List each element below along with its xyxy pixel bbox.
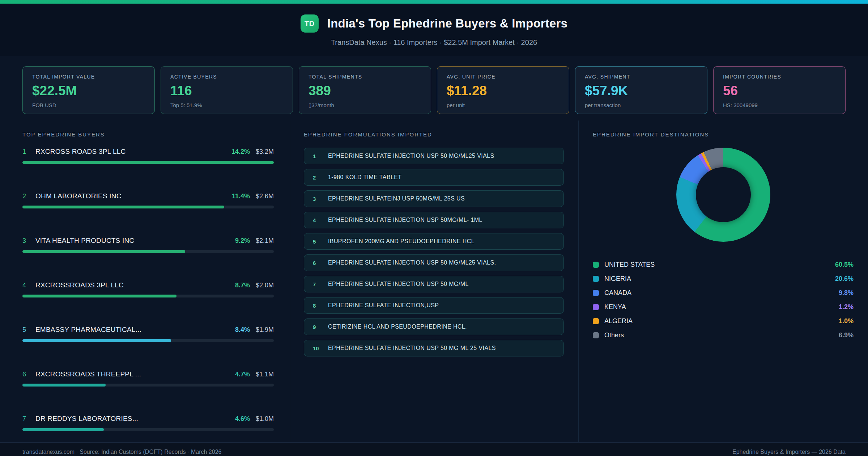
legend-swatch xyxy=(593,290,599,296)
legend-row: NIGERIA 20.6% xyxy=(593,272,854,286)
formulation-item[interactable]: 8 EPHEDRINE SULFATE INJECTION,USP xyxy=(304,297,564,314)
formulation-item[interactable]: 3 EPHEDRINE SULFATEINJ USP 50MG/ML 25S U… xyxy=(304,190,564,207)
formulation-name: CETIRIZINE HCL AND PSEUDOEPHEDRINE HCL. xyxy=(328,324,467,330)
footer-source: transdatanexus.com · Source: Indian Cust… xyxy=(22,449,221,455)
progress-fill xyxy=(22,339,171,342)
destinations-legend: UNITED STATES 60.5% NIGERIA 20.6% CANADA… xyxy=(593,258,854,342)
formulation-name: EPHEDRINE SULFATE INJECTION USP 50MG/ML-… xyxy=(328,217,482,223)
buyer-rank: 4 xyxy=(22,282,35,289)
formulation-number: 5 xyxy=(313,238,328,245)
buyer-name: OHM LABORATORIES INC xyxy=(35,192,122,200)
legend-value: 60.5% xyxy=(835,261,854,269)
buyer-value: $1.1M xyxy=(256,371,274,378)
formulation-item[interactable]: 6 EPHEDRINE SULFATE INJECTION USP 50 MG/… xyxy=(304,254,564,271)
progress-track xyxy=(22,339,274,342)
stat-value: $22.5M xyxy=(32,84,145,97)
legend-row: CANADA 9.8% xyxy=(593,286,854,300)
formulation-name: EPHEDRINE SULFATEINJ USP 50MG/ML 25S US xyxy=(328,195,465,202)
legend-swatch xyxy=(593,262,599,268)
stat-sub: per unit xyxy=(447,102,559,108)
buyer-percent: 11.4% xyxy=(232,193,250,200)
buyer-percent: 4.6% xyxy=(235,415,250,423)
formulation-item[interactable]: 10 EPHEDRINE SULFATE INJECTION USP 50 MG… xyxy=(304,340,564,356)
stat-card-avg-shipment: AVG. SHIPMENT $57.9K per transaction xyxy=(575,66,707,114)
brand-logo: TD xyxy=(301,14,319,33)
buyer-row: 6 RXCROSSROADS THREEPPL ... 4.7% $1.1M xyxy=(22,370,274,387)
buyer-value: $2.1M xyxy=(256,237,274,245)
stat-label: IMPORT COUNTRIES xyxy=(723,74,836,80)
buyer-value: $1.0M xyxy=(256,415,274,423)
buyer-percent: 8.4% xyxy=(235,326,250,334)
stat-card-total-import-value: TOTAL IMPORT VALUE $22.5M FOB USD xyxy=(22,66,155,114)
legend-row: UNITED STATES 60.5% xyxy=(593,258,854,272)
legend-value: 20.6% xyxy=(835,275,854,283)
progress-fill xyxy=(22,295,176,297)
legend-swatch xyxy=(593,276,599,282)
buyer-percent: 14.2% xyxy=(231,148,250,156)
formulation-item[interactable]: 9 CETIRIZINE HCL AND PSEUDOEPHEDRINE HCL… xyxy=(304,318,564,335)
buyer-name: RXCROSSROADS 3PL LLC xyxy=(35,281,124,289)
progress-fill xyxy=(22,384,106,387)
formulation-name: EPHEDRINE SULFATE INJECTION,USP xyxy=(328,302,439,309)
progress-track xyxy=(22,161,274,164)
formulation-number: 9 xyxy=(313,324,328,330)
formulation-name: EPHEDRINE SULFATE INJECTION USP 50 MG/ML… xyxy=(328,153,494,159)
buyers-heading: TOP EPHEDRINE BUYERS xyxy=(22,131,274,138)
progress-track xyxy=(22,206,274,208)
stat-sub: ▯32/month xyxy=(309,102,421,109)
buyer-value: $1.9M xyxy=(256,326,274,334)
stat-label: ACTIVE BUYERS xyxy=(170,74,283,80)
legend-value: 6.9% xyxy=(839,332,854,339)
progress-track xyxy=(22,428,274,431)
page-subtitle: TransData Nexus · 116 Importers · $22.5M… xyxy=(0,38,868,47)
page-title: India's Top Ephedrine Buyers & Importers xyxy=(327,17,567,30)
progress-track xyxy=(22,250,274,253)
main-content: TOP EPHEDRINE BUYERS 1 RXCROSS ROADS 3PL… xyxy=(0,121,868,442)
formulation-number: 3 xyxy=(313,196,328,202)
legend-label: UNITED STATES xyxy=(604,261,655,269)
formulation-name: EPHEDRINE SULFATE INJECTION USP 50 MG ML… xyxy=(328,345,496,351)
buyer-rank: 7 xyxy=(22,415,35,423)
formulation-name: IBUPROFEN 200MG AND PSEUDOEPHEDRINE HCL xyxy=(328,238,475,245)
stat-label: TOTAL SHIPMENTS xyxy=(309,74,421,80)
progress-fill xyxy=(22,161,274,164)
stat-sub: per transaction xyxy=(585,102,698,108)
donut-chart xyxy=(676,148,770,242)
stat-sub: HS: 30049099 xyxy=(723,102,836,108)
legend-row: Others 6.9% xyxy=(593,328,854,342)
formulation-number: 8 xyxy=(313,303,328,309)
legend-row: ALGERIA 1.0% xyxy=(593,314,854,328)
progress-fill xyxy=(22,428,104,431)
formulation-item[interactable]: 1 EPHEDRINE SULFATE INJECTION USP 50 MG/… xyxy=(304,148,564,164)
buyer-row: 5 EMBASSY PHARMACEUTICAL... 8.4% $1.9M xyxy=(22,326,274,342)
formulation-item[interactable]: 2 1-980 KOLD TIME TABLET xyxy=(304,169,564,186)
formulation-item[interactable]: 5 IBUPROFEN 200MG AND PSEUDOEPHEDRINE HC… xyxy=(304,233,564,250)
buyer-rank: 1 xyxy=(22,148,35,156)
stat-card-total-shipments: TOTAL SHIPMENTS 389 ▯32/month xyxy=(299,66,431,114)
legend-value: 1.2% xyxy=(839,303,854,311)
formulation-number: 2 xyxy=(313,174,328,181)
legend-label: Others xyxy=(604,332,624,339)
buyer-name: RXCROSS ROADS 3PL LLC xyxy=(35,148,126,156)
buyer-row: 7 DR REDDYS LABORATORIES... 4.6% $1.0M xyxy=(22,415,274,431)
header: TD India's Top Ephedrine Buyers & Import… xyxy=(0,4,868,56)
footer: transdatanexus.com · Source: Indian Cust… xyxy=(0,442,868,456)
buyer-row: 1 RXCROSS ROADS 3PL LLC 14.2% $3.2M xyxy=(22,148,274,164)
formulation-name: 1-980 KOLD TIME TABLET xyxy=(328,174,402,181)
progress-track xyxy=(22,295,274,297)
buyer-row: 4 RXCROSSROADS 3PL LLC 8.7% $2.0M xyxy=(22,281,274,297)
formulations-panel: EPHEDRINE FORMULATIONS IMPORTED 1 EPHEDR… xyxy=(290,121,578,442)
buyer-rank: 6 xyxy=(22,371,35,378)
donut-hole xyxy=(696,167,751,222)
buyer-name: EMBASSY PHARMACEUTICAL... xyxy=(35,326,141,334)
footer-note: Ephedrine Buyers & Importers — 2026 Data xyxy=(732,449,846,455)
buyer-rank: 3 xyxy=(22,237,35,245)
formulation-name: EPHEDRINE SULFATE INJECTION USP 50 MG/ML… xyxy=(328,259,496,266)
buyer-value: $3.2M xyxy=(256,148,274,156)
stat-value: 56 xyxy=(723,84,836,97)
stat-card-avg-unit-price: AVG. UNIT PRICE $11.28 per unit xyxy=(437,66,569,114)
formulation-item[interactable]: 4 EPHEDRINE SULFATE INJECTION USP 50MG/M… xyxy=(304,212,564,228)
formulation-item[interactable]: 7 EPHEDRINE SULFATE INJECTION USP 50 MG/… xyxy=(304,276,564,292)
stat-value: 389 xyxy=(309,84,421,97)
legend-swatch xyxy=(593,304,599,310)
